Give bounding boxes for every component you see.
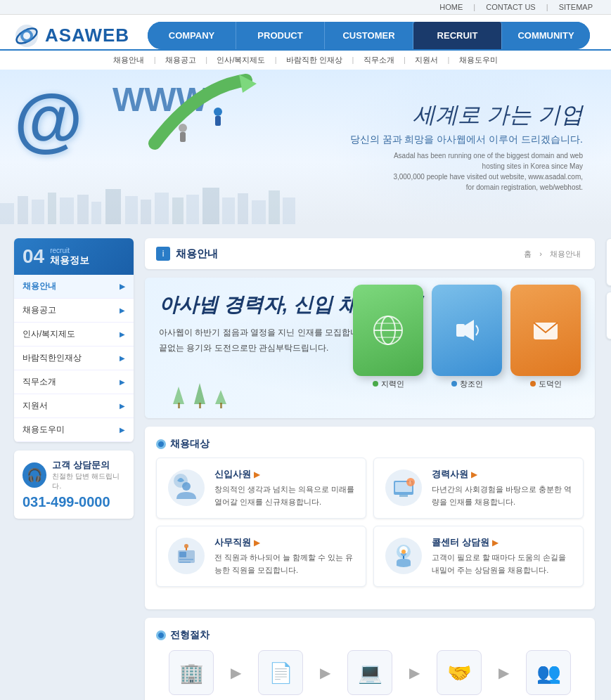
svg-marker-39 (215, 390, 226, 404)
svg-rect-21 (186, 195, 199, 224)
svg-rect-27 (283, 197, 295, 224)
recruit-card-2-content: 경력사원 ▶ 다년간의 사회경험을 바탕으로 충분한 역량을 인재를 채용합니다… (432, 468, 573, 508)
sidebar-item-recruit-guide[interactable]: 채용안내▶ (14, 275, 134, 299)
svg-rect-36 (178, 403, 180, 408)
recruit-grid: 신입사원 ▶ 창의적인 생각과 넘치는 의욕으로 미래를 열어갈 인재를 신규채… (156, 458, 584, 587)
svg-rect-47 (399, 495, 408, 497)
step-2-icon: 📄 (258, 650, 303, 695)
step-4-icon: 🤝 (437, 650, 482, 695)
page-title: 채용안내 (176, 247, 218, 261)
globe-icon (371, 313, 406, 348)
svg-rect-33 (456, 324, 465, 337)
recruit-card-3-title: 사무직원 ▶ (214, 536, 356, 549)
sidebar-number: 04 (22, 245, 44, 268)
card-blue (432, 285, 502, 376)
card-changjoin-label: 창조인 (451, 379, 483, 389)
svg-rect-24 (238, 193, 248, 224)
subnav-item-3[interactable]: 인사/복지제도 (217, 56, 265, 64)
arrow-decoration (141, 73, 267, 157)
sidebar-title-group: recruit 채용정보 (50, 247, 89, 267)
recruit-card-4: 콜센터 상담원 ▶ 고객이 필요로 할 때마다 도움의 손길을 내밀어 주는 상… (373, 526, 584, 587)
svg-text:!: ! (409, 479, 411, 486)
page-header: i 채용안내 홈 › 채용안내 (145, 238, 595, 269)
step-5-icon: 👥 (526, 650, 571, 695)
subnav-item-5[interactable]: 직무소개 (364, 56, 394, 64)
subnav-item-1[interactable]: 채용안내 (113, 56, 144, 64)
process-step-3: 💻 적성검사 (335, 650, 405, 700)
svg-marker-35 (173, 387, 184, 404)
svg-rect-19 (155, 193, 169, 224)
sidebar-item-job-intro[interactable]: 직무소개▶ (14, 370, 134, 394)
sub-navigation: 채용안내 | 채용공고 | 인사/복지제도 | 바람직한 인재상 | 직무소개 … (0, 49, 611, 70)
support-box: 🎧 고객 상담문의 친절한 답변 해드립니다. 031-499-0000 (14, 451, 134, 519)
recruit-card-3-desc: 전 직원과 하나되어 늘 함께할 수 있는 유능한 직원을 모집합니다. (214, 552, 356, 576)
sidebar-section: 04 recruit 채용정보 채용안내▶ 채용공고▶ 인사/복지제도▶ (14, 238, 134, 442)
subnav-item-2[interactable]: 채용공고 (165, 56, 196, 64)
mail-icon (528, 313, 563, 348)
nav-community[interactable]: COMMUNITY (502, 22, 590, 49)
breadcrumb: 홈 › 채용안내 (521, 249, 584, 259)
hero-banner: @ WWW (0, 70, 611, 224)
step-3-icon: 💻 (347, 650, 392, 695)
svg-rect-10 (18, 196, 28, 224)
nav-company[interactable]: COMPANY (148, 22, 236, 49)
sidebar-item-recruit-helper[interactable]: 채용도우미▶ (14, 418, 134, 442)
topbar-sitemap[interactable]: SITEMAP (559, 3, 593, 11)
nav-top: COMPANY PRODUCT CUSTOMER RECRUIT COMMUNI… (148, 22, 590, 49)
process-arrow-1: ▶ (231, 664, 241, 681)
topbar-contact[interactable]: CONTACT US (486, 3, 536, 11)
recruit-card-2-title: 경력사원 ▶ (432, 468, 573, 481)
recruit-card-3: 사무직원 ▶ 전 직원과 하나되어 늘 함께할 수 있는 유능한 직원을 모집합… (156, 526, 366, 587)
recruit-card-1-desc: 창의적인 생각과 넘치는 의욕으로 미래를 열어갈 인재를 신규채용합니다. (214, 484, 356, 508)
city-silhouette (0, 182, 295, 224)
logo[interactable]: ASAWEB (14, 23, 141, 48)
topbar-home[interactable]: HOME (439, 3, 463, 11)
sidebar-menu: 채용안내▶ 채용공고▶ 인사/복지제도▶ 바람직한인재상▶ 직무소개▶ 지원서▶ (14, 275, 134, 442)
card-orange (510, 285, 581, 376)
sidebar-item-job-posting[interactable]: 채용공고▶ (14, 299, 134, 323)
hero-left: @ WWW (0, 70, 295, 224)
sidebar-header: 04 recruit 채용정보 (14, 238, 134, 275)
nav-recruit[interactable]: RECRUIT (413, 22, 502, 49)
subnav-item-4[interactable]: 바람직한 인재상 (286, 56, 342, 64)
subnav-item-7[interactable]: 채용도우미 (459, 56, 498, 64)
sidebar: 04 recruit 채용정보 채용안내▶ 채용공고▶ 인사/복지제도▶ (14, 238, 134, 700)
headset-icon: 🎧 (22, 462, 46, 488)
svg-point-55 (184, 544, 188, 548)
panel-btn-webzine[interactable]: 🌐 웹진신청 (606, 238, 611, 286)
card-jiryeok: 지력인 (353, 285, 423, 389)
recruit-card-2: ! 경력사원 ▶ 다년간의 사회경험을 바탕으로 충분한 역량을 인재를 채용합… (373, 458, 584, 519)
nav-product[interactable]: PRODUCT (236, 22, 325, 49)
subnav-item-6[interactable]: 지원서 (415, 56, 438, 64)
sidebar-item-hr-welfare[interactable]: 인사/복지제도▶ (14, 323, 134, 346)
svg-rect-38 (199, 403, 201, 408)
recruit-card-1-content: 신입사원 ▶ 창의적인 생각과 넘치는 의욕으로 미래를 열어갈 인재를 신규채… (214, 468, 356, 508)
recruit-card-4-desc: 고객이 필요로 할 때마다 도움의 손길을 내밀어 주는 상담원을 채용합니다. (432, 552, 573, 576)
sidebar-item-application[interactable]: 지원서▶ (14, 394, 134, 418)
experienced-employee-icon: ! (384, 468, 423, 507)
svg-rect-15 (91, 202, 101, 224)
card-jiryeok-label: 지력인 (373, 379, 404, 389)
recruit-card-3-content: 사무직원 ▶ 전 직원과 하나되어 늘 함께할 수 있는 유능한 직원을 모집합… (214, 536, 356, 576)
step-1-icon: 🏢 (169, 650, 214, 695)
worldmap-bg (330, 70, 611, 224)
recruit-target-section: 채용대상 신 (145, 427, 595, 609)
office-worker-icon (167, 536, 206, 576)
process-section-title: 전형절차 (156, 629, 584, 642)
process-arrow-3: ▶ (409, 664, 420, 681)
nav-customer[interactable]: CUSTOMER (325, 22, 413, 49)
recruit-target-title: 채용대상 (156, 438, 584, 451)
panel-btn-support[interactable]: ⚙️ 고객지원 (606, 292, 611, 339)
process-step-4: 🤝 면접 (424, 650, 494, 700)
support-text: 고객 상담문의 친절한 답변 해드립니다. (52, 459, 125, 491)
sidebar-item-ideal-person[interactable]: 바람직한인재상▶ (14, 346, 134, 370)
support-phone: 031-499-0000 (22, 494, 125, 510)
svg-rect-11 (32, 200, 44, 224)
card-deokin-label: 도덕인 (530, 379, 562, 389)
process-step-1: 🏢 입사지원 (156, 650, 226, 700)
card-changjoin: 창조인 (432, 285, 502, 389)
new-employee-icon (167, 468, 206, 507)
recruit-card-4-content: 콜센터 상담원 ▶ 고객이 필요로 할 때마다 도움의 손길을 내밀어 주는 상… (432, 536, 573, 576)
svg-rect-26 (269, 190, 280, 224)
svg-rect-22 (202, 188, 219, 224)
